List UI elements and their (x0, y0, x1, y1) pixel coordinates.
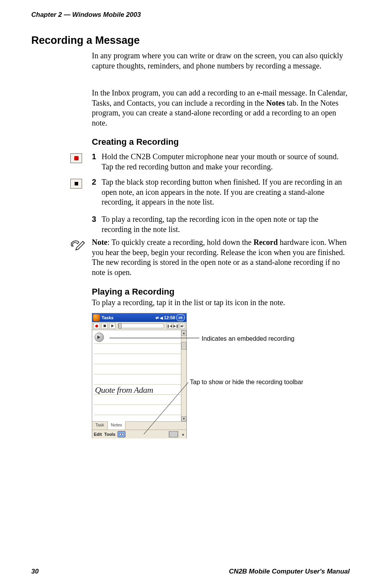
intro-paragraph-2: In the Inbox program, you can add a reco… (92, 88, 348, 128)
stop-button-icon (70, 179, 82, 189)
app-title: Tasks (102, 315, 156, 320)
toolbar-forward-button[interactable]: ▶❚ (173, 323, 179, 329)
recording-toolbar: ❚◀ ▶❚ ◀⠇ (92, 322, 186, 330)
titlebar: Tasks ⇄ ◀ 12:58 ok (92, 313, 186, 322)
handwritten-note-text: Quote from Adam (95, 385, 153, 395)
note-pencil-icon (70, 237, 85, 251)
step-1-number: 1 (92, 152, 100, 162)
tab-notes[interactable]: Notes (108, 421, 126, 430)
menu-tools[interactable]: Tools (104, 432, 116, 437)
toolbar-progress-slider[interactable] (118, 324, 164, 328)
scroll-down-arrow-icon[interactable]: ▼ (181, 416, 186, 421)
heading-creating-a-recording: Creating a Recording (92, 137, 179, 147)
step-1: 1 Hold the CN2B Computer microphone near… (92, 152, 348, 172)
toolbar-play-button[interactable] (109, 323, 116, 329)
note-paragraph: Note: To quickly create a recording, hol… (92, 237, 348, 277)
heading-playing-a-recording: Playing a Recording (92, 287, 175, 297)
scroll-thumb[interactable] (181, 342, 186, 350)
note-label: Note (92, 238, 107, 246)
playing-paragraph: To play a recording, tap it in the list … (92, 298, 348, 308)
toolbar-rewind-button[interactable]: ❚◀ (166, 323, 172, 329)
bottom-menu-bar: Edit Tools ▲ (92, 430, 186, 439)
step-3-number: 3 (92, 214, 100, 225)
note-bold-record: Record (254, 238, 278, 246)
status-area: ⇄ ◀ 12:58 ok (156, 314, 185, 321)
scroll-up-arrow-icon[interactable]: ▲ (181, 330, 186, 336)
intro-paragraph-1: In any program where you can write or dr… (92, 51, 348, 71)
heading-recording-a-message: Recording a Message (31, 34, 140, 47)
speaker-status-icon[interactable]: ◀ (160, 316, 163, 320)
step-2-number: 2 (92, 177, 100, 187)
toolbar-record-button[interactable] (93, 323, 100, 329)
record-button-icon (70, 153, 82, 163)
note-canvas[interactable]: Quote from Adam ▲ ▼ (92, 330, 186, 421)
svg-line-0 (83, 241, 84, 243)
start-flag-icon[interactable] (93, 314, 100, 321)
sip-keyboard-icon[interactable] (169, 431, 178, 437)
callout-recording-toolbar-toggle: Tap to show or hide the recording toolba… (190, 379, 303, 386)
black-square-icon (75, 182, 78, 185)
step-1-text: Hold the CN2B Computer microphone near y… (102, 152, 346, 172)
step-3: 3 To play a recording, tap the recording… (92, 214, 348, 234)
step-3-text: To play a recording, tap the recording i… (102, 214, 346, 234)
sip-arrow-icon[interactable]: ▲ (181, 432, 185, 436)
step-2: 2 Tap the black stop recording button wh… (92, 177, 348, 207)
toolbar-volume-button[interactable]: ◀⠇ (180, 323, 185, 329)
vertical-scrollbar[interactable]: ▲ ▼ (181, 330, 186, 421)
menu-edit[interactable]: Edit (94, 432, 102, 437)
tasks-app-screenshot: Tasks ⇄ ◀ 12:58 ok ❚◀ ▶❚ ◀⠇ Quote from A… (92, 313, 187, 439)
tab-task[interactable]: Task (92, 422, 108, 430)
clock-time: 12:58 (164, 315, 175, 320)
toolbar-stop-button[interactable] (101, 323, 108, 329)
embedded-recording-icon[interactable] (95, 333, 104, 342)
callout-embedded-recording: Indicates an embedded recording (202, 335, 295, 342)
intro-p2-bold-notes: Notes (266, 99, 285, 107)
ok-button[interactable]: ok (176, 314, 185, 321)
tab-strip: Task Notes (92, 421, 186, 430)
connectivity-icon[interactable]: ⇄ (156, 316, 159, 320)
running-head: Chapter 2 — Windows Mobile 2003 (31, 11, 141, 19)
step-2-text: Tap the black stop recording button when… (102, 177, 346, 207)
manual-title-footer: CN2B Mobile Computer User's Manual (229, 568, 350, 575)
red-dot-icon (74, 156, 79, 160)
cassette-toolbar-toggle-icon[interactable] (118, 431, 125, 437)
note-text-a: : To quickly create a recording, hold do… (107, 238, 254, 246)
page-number: 30 (31, 568, 39, 575)
